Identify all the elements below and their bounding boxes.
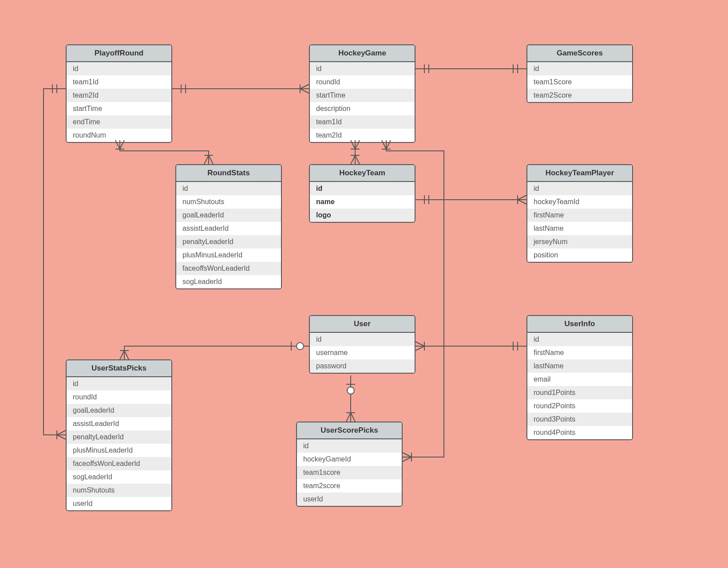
entity-game-scores: GameScores idteam1Scoreteam2Score xyxy=(526,44,633,103)
entity-field: name xyxy=(310,195,415,209)
entity-rows: idhockeyTeamIdfirstNamelastNamejerseyNum… xyxy=(527,182,632,262)
entity-title: HockeyGame xyxy=(310,45,415,62)
entity-field: roundId xyxy=(67,390,171,404)
entity-field: logo xyxy=(310,209,415,222)
entity-field: numShutouts xyxy=(176,195,281,209)
entity-field: firstName xyxy=(527,209,632,222)
entity-field: roundId xyxy=(310,75,415,89)
entity-round-stats: RoundStats idnumShutoutsgoalLeaderIdassi… xyxy=(175,164,282,289)
entity-user-info: UserInfo idfirstNamelastNameemailround1P… xyxy=(526,315,633,440)
entity-field: password xyxy=(310,359,415,373)
svg-line-34 xyxy=(403,453,411,457)
svg-line-38 xyxy=(415,342,424,346)
entity-field: startTime xyxy=(67,102,171,115)
entity-field: email xyxy=(527,373,632,386)
entity-hockey-team: HockeyTeam idnamelogo xyxy=(309,164,415,223)
entity-rows: idteam1Scoreteam2Score xyxy=(527,62,632,102)
entity-title: HockeyTeamPlayer xyxy=(527,165,632,182)
entity-rows: idroundIdgoalLeaderIdassistLeaderIdpenal… xyxy=(67,377,171,510)
svg-line-57 xyxy=(57,435,66,439)
entity-field: lastName xyxy=(527,222,632,235)
entity-field: id xyxy=(527,182,632,195)
entity-field: id xyxy=(310,62,415,75)
entity-user: User idusernamepassword xyxy=(309,315,415,374)
entity-hockey-team-player: HockeyTeamPlayer idhockeyTeamIdfirstName… xyxy=(526,164,633,263)
svg-line-4 xyxy=(300,84,309,89)
entity-field: penaltyLeaderId xyxy=(67,430,171,444)
svg-line-35 xyxy=(403,457,411,462)
entity-field: team1Id xyxy=(67,75,171,89)
entity-rows: idnumShutoutsgoalLeaderIdassistLeaderIdp… xyxy=(176,182,281,288)
entity-field: description xyxy=(310,102,415,115)
entity-field: lastName xyxy=(527,359,632,373)
entity-field: goalLeaderId xyxy=(67,404,171,417)
entity-field: userId xyxy=(297,493,402,506)
entity-user-stats-picks: UserStatsPicks idroundIdgoalLeaderIdassi… xyxy=(66,359,172,511)
entity-field: jerseyNum xyxy=(527,235,632,248)
entity-field: id xyxy=(176,182,281,195)
svg-line-21 xyxy=(351,155,355,164)
entity-field: hockeyTeamId xyxy=(527,195,632,209)
svg-line-50 xyxy=(120,351,124,359)
entity-field: assistLeaderId xyxy=(176,222,281,235)
entity-field: team2Id xyxy=(310,129,415,142)
entity-field: round4Points xyxy=(527,426,632,439)
svg-line-22 xyxy=(355,155,360,164)
entity-field: id xyxy=(310,333,415,346)
svg-line-56 xyxy=(57,430,66,435)
entity-field: id xyxy=(67,62,171,75)
svg-line-51 xyxy=(124,351,129,359)
svg-line-29 xyxy=(518,200,526,204)
entity-title: GameScores xyxy=(527,45,632,62)
entity-field: team2score xyxy=(297,479,402,493)
svg-line-14 xyxy=(204,155,209,164)
entity-field: id xyxy=(297,439,402,453)
entity-title: UserStatsPicks xyxy=(67,360,171,377)
svg-point-48 xyxy=(297,343,304,350)
entity-user-score-picks: UserScorePicks idhockeyGameIdteam1scoret… xyxy=(296,422,403,507)
svg-line-39 xyxy=(415,346,424,351)
entity-field: id xyxy=(67,377,171,390)
entity-title: HockeyTeam xyxy=(310,165,415,182)
entity-field: plusMinusLeaderId xyxy=(67,444,171,457)
entity-rows: idroundIdstartTimedescriptionteam1Idteam… xyxy=(310,62,415,142)
entity-field: round2Points xyxy=(527,399,632,413)
entity-field: userId xyxy=(67,497,171,510)
entity-rows: idusernamepassword xyxy=(310,333,415,373)
entity-rows: idnamelogo xyxy=(310,182,415,222)
entity-field: team1Id xyxy=(310,115,415,129)
entity-field: team1Score xyxy=(527,75,632,89)
svg-line-15 xyxy=(209,155,213,164)
entity-title: PlayoffRound xyxy=(67,45,171,62)
entity-field: plusMinusLeaderId xyxy=(176,248,281,262)
svg-point-44 xyxy=(347,387,354,394)
entity-field: faceoffsWonLeaderId xyxy=(176,262,281,275)
entity-title: RoundStats xyxy=(176,165,281,182)
svg-line-28 xyxy=(518,195,526,200)
entity-field: sogLeaderId xyxy=(176,275,281,288)
entity-field: goalLeaderId xyxy=(176,209,281,222)
svg-line-45 xyxy=(346,413,351,422)
entity-field: team2Score xyxy=(527,89,632,102)
entity-playoff-round: PlayoffRound idteam1Idteam2IdstartTimeen… xyxy=(66,44,172,143)
entity-title: User xyxy=(310,316,415,333)
entity-field: id xyxy=(310,182,415,195)
entity-field: username xyxy=(310,346,415,359)
entity-field: assistLeaderId xyxy=(67,417,171,430)
entity-field: round3Points xyxy=(527,413,632,426)
entity-rows: idteam1Idteam2IdstartTimeendTimeroundNum xyxy=(67,62,171,142)
entity-title: UserScorePicks xyxy=(297,422,402,439)
entity-field: position xyxy=(527,248,632,262)
entity-field: penaltyLeaderId xyxy=(176,235,281,248)
entity-field: hockeyGameId xyxy=(297,453,402,466)
entity-field: sogLeaderId xyxy=(67,470,171,484)
entity-hockey-game: HockeyGame idroundIdstartTimedescription… xyxy=(309,44,415,143)
entity-field: firstName xyxy=(527,346,632,359)
svg-line-46 xyxy=(351,413,355,422)
entity-field: numShutouts xyxy=(67,484,171,497)
entity-rows: idfirstNamelastNameemailround1Pointsroun… xyxy=(527,333,632,439)
entity-field: faceoffsWonLeaderId xyxy=(67,457,171,470)
svg-line-5 xyxy=(300,89,309,93)
entity-field: startTime xyxy=(310,89,415,102)
entity-field: id xyxy=(527,333,632,346)
